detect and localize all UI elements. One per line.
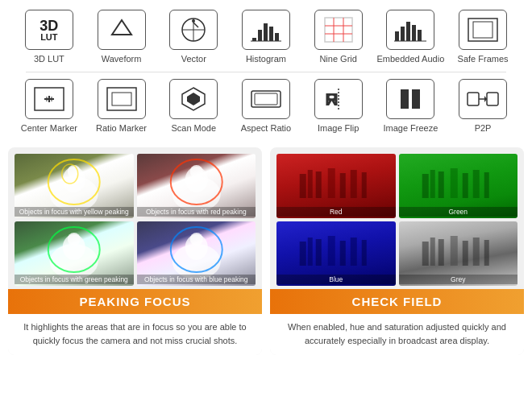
check-field-blue-caption: Blue bbox=[276, 275, 396, 284]
embedded-audio-icon bbox=[393, 15, 428, 44]
content-section: Objects in focus with yellow peaking Obj… bbox=[0, 147, 532, 363]
peaking-blue-image: Objects in focus with blue peaking bbox=[137, 221, 256, 286]
icons-row-2: Center Marker Ratio Marker Scan Mode bbox=[13, 79, 519, 133]
center-marker-icon bbox=[31, 85, 67, 114]
svg-rect-80 bbox=[340, 241, 346, 266]
icon-item-waveform[interactable]: Waveform bbox=[89, 10, 154, 64]
svg-rect-10 bbox=[275, 33, 279, 41]
icon-item-histogram[interactable]: Histogram bbox=[234, 10, 298, 64]
icon-item-embedded-audio[interactable]: Embedded Audio bbox=[378, 10, 443, 64]
svg-rect-78 bbox=[316, 239, 322, 266]
check-field-banner: CHECK FIELD bbox=[270, 289, 524, 314]
svg-rect-74 bbox=[472, 170, 479, 198]
peaking-blue-caption: Objects in focus with blue peaking bbox=[137, 275, 256, 284]
icon-box-histogram bbox=[242, 10, 290, 50]
svg-rect-75 bbox=[484, 172, 488, 198]
icon-label-vector: Vector bbox=[181, 54, 206, 64]
safe-frames-icon bbox=[465, 15, 501, 44]
icon-label-ninegrid: Nine Grid bbox=[319, 54, 356, 64]
icon-item-3dlut[interactable]: 3DLUT 3D LUT bbox=[17, 10, 81, 64]
icon-label-center-marker: Center Marker bbox=[21, 123, 77, 133]
icon-item-center-marker[interactable]: Center Marker bbox=[17, 79, 81, 133]
svg-rect-82 bbox=[362, 240, 367, 266]
peaking-green-image: Objects in focus with green peaking bbox=[15, 221, 134, 286]
svg-point-4 bbox=[192, 19, 195, 23]
icon-box-scan-mode bbox=[169, 79, 218, 119]
svg-rect-30 bbox=[107, 88, 136, 110]
svg-rect-72 bbox=[450, 168, 457, 198]
svg-rect-89 bbox=[484, 240, 488, 266]
image-flip-icon: R R bbox=[321, 85, 356, 114]
icon-item-ratio-marker[interactable]: Ratio Marker bbox=[89, 79, 154, 133]
svg-rect-24 bbox=[473, 22, 493, 38]
svg-point-52 bbox=[189, 165, 202, 178]
svg-rect-7 bbox=[258, 30, 262, 41]
peaking-images-grid: Objects in focus with yellow peaking Obj… bbox=[8, 147, 262, 289]
icon-label-p2p: P2P bbox=[475, 123, 492, 133]
svg-rect-77 bbox=[308, 238, 313, 266]
check-field-grey-caption: Grey bbox=[399, 275, 518, 284]
icon-item-safe-frames[interactable]: Safe Frames bbox=[451, 10, 515, 64]
icon-label-3dlut: 3D LUT bbox=[34, 54, 64, 64]
icon-item-aspect-ratio[interactable]: Aspect Ratio bbox=[234, 79, 298, 133]
check-field-desc: When enabled, hue and saturation adjuste… bbox=[270, 314, 524, 355]
icon-label-histogram: Histogram bbox=[246, 54, 286, 64]
icon-box-ninegrid bbox=[314, 10, 363, 50]
icon-box-waveform bbox=[98, 10, 146, 50]
image-freeze-icon bbox=[393, 85, 428, 114]
check-field-green-caption: Green bbox=[399, 207, 518, 217]
check-field-green-image: Green bbox=[399, 154, 518, 218]
svg-point-60 bbox=[189, 233, 202, 246]
scan-mode-icon bbox=[176, 85, 211, 114]
icon-box-3dlut: 3DLUT bbox=[25, 10, 73, 50]
icon-box-image-freeze bbox=[386, 79, 434, 119]
row-divider bbox=[26, 72, 506, 72]
svg-rect-68 bbox=[362, 172, 367, 198]
svg-rect-39 bbox=[401, 89, 409, 109]
peaking-focus-card: Objects in focus with yellow peaking Obj… bbox=[8, 147, 262, 355]
icons-section: 3DLUT 3D LUT Waveform bbox=[0, 0, 532, 147]
peaking-yellow-image: Objects in focus with yellow peaking bbox=[15, 154, 134, 218]
check-field-images-grid: Red Green bbox=[270, 147, 524, 289]
peaking-yellow-caption: Objects in focus with yellow peaking bbox=[15, 207, 134, 217]
svg-rect-71 bbox=[438, 171, 443, 198]
svg-rect-65 bbox=[328, 168, 335, 198]
svg-rect-9 bbox=[269, 27, 273, 41]
svg-rect-73 bbox=[462, 173, 468, 198]
peaking-focus-desc: It highlights the areas that are in focu… bbox=[8, 314, 262, 355]
icon-label-aspect-ratio: Aspect Ratio bbox=[241, 123, 291, 133]
svg-rect-40 bbox=[412, 89, 420, 109]
svg-rect-67 bbox=[351, 170, 357, 198]
icon-item-scan-mode[interactable]: Scan Mode bbox=[161, 79, 226, 133]
icon-label-scan-mode: Scan Mode bbox=[171, 123, 216, 133]
check-field-blue-image: Blue bbox=[276, 221, 396, 286]
waveform-icon bbox=[106, 17, 138, 43]
svg-rect-42 bbox=[487, 93, 498, 105]
icon-label-safe-frames: Safe Frames bbox=[458, 54, 509, 64]
icon-box-vector bbox=[169, 10, 218, 50]
svg-marker-33 bbox=[187, 93, 200, 105]
check-field-red-image: Red bbox=[276, 154, 396, 218]
icon-item-image-freeze[interactable]: Image Freeze bbox=[378, 79, 443, 133]
icon-item-p2p[interactable]: P2P bbox=[451, 79, 515, 133]
svg-rect-79 bbox=[328, 236, 335, 266]
svg-rect-21 bbox=[418, 30, 422, 41]
icon-item-vector[interactable]: Vector bbox=[161, 10, 226, 64]
svg-rect-85 bbox=[438, 239, 443, 266]
svg-rect-88 bbox=[472, 238, 479, 266]
icon-item-ninegrid[interactable]: Nine Grid bbox=[306, 10, 371, 64]
svg-rect-83 bbox=[422, 242, 428, 266]
icon-item-image-flip[interactable]: R R Image Flip bbox=[306, 79, 371, 133]
svg-marker-0 bbox=[112, 20, 131, 35]
svg-point-56 bbox=[68, 233, 81, 246]
icon-label-embedded-audio: Embedded Audio bbox=[376, 54, 444, 64]
icon-label-waveform: Waveform bbox=[102, 54, 142, 64]
peaking-focus-banner: PEAKING FOCUS bbox=[8, 289, 262, 314]
vector-icon bbox=[177, 14, 210, 45]
svg-rect-12 bbox=[325, 18, 352, 42]
svg-rect-63 bbox=[308, 170, 313, 198]
svg-rect-81 bbox=[351, 238, 357, 266]
ninegrid-icon bbox=[322, 15, 355, 44]
icon-label-image-flip: Image Flip bbox=[318, 123, 359, 133]
icon-box-image-flip: R R bbox=[314, 79, 363, 119]
